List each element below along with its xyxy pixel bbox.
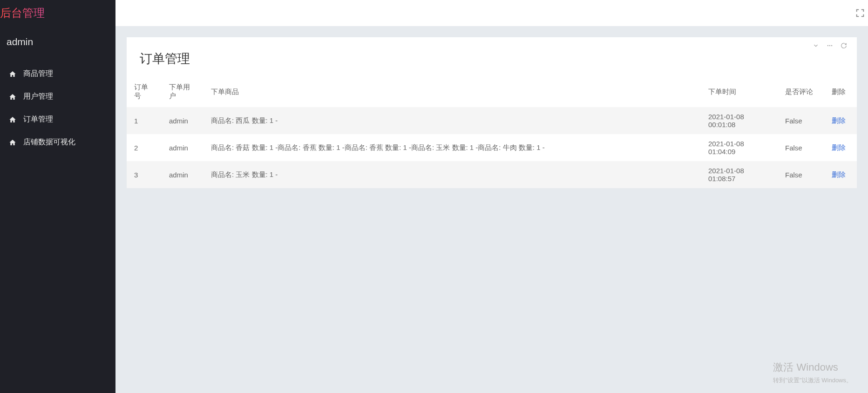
cell-user: admin [162,107,203,134]
svg-point-2 [831,45,832,46]
sidebar-item-label: 店铺数据可视化 [23,137,75,147]
table-row: 1 admin 商品名: 西瓜 数量: 1 - 2021-01-08 00:01… [127,107,857,134]
card-tools [812,42,848,49]
sidebar-title: 后台管理 [0,0,115,26]
delete-link[interactable]: 删除 [832,170,846,178]
table-row: 3 admin 商品名: 玉米 数量: 1 - 2021-01-08 01:08… [127,161,857,188]
sidebar-item-label: 订单管理 [23,115,53,124]
delete-link[interactable]: 删除 [832,116,846,124]
cell-reviewed: False [778,134,824,161]
cell-items: 商品名: 西瓜 数量: 1 - [203,107,701,134]
cell-reviewed: False [778,107,824,134]
table-header-row: 订单号 下单用户 下单商品 下单时间 是否评论 删除 [127,76,857,107]
fullscreen-icon[interactable] [855,8,865,18]
cell-user: admin [162,161,203,188]
cell-id: 2 [127,134,162,161]
orders-card: 订单管理 订单号 下单用户 [127,37,857,188]
sidebar: 后台管理 admin 商品管理 用户管理 订单管理 店铺数据可视化 [0,0,115,393]
cell-time: 2021-01-08 00:01:08 [701,107,778,134]
sidebar-item-orders[interactable]: 订单管理 [0,108,115,131]
main: 订单管理 订单号 下单用户 [115,0,868,393]
svg-point-0 [827,45,828,46]
cell-time: 2021-01-08 01:04:09 [701,134,778,161]
cell-items: 商品名: 香菇 数量: 1 -商品名: 香蕉 数量: 1 -商品名: 香蕉 数量… [203,134,701,161]
chevron-down-icon[interactable] [812,42,820,49]
th-delete: 删除 [824,76,857,107]
sidebar-item-products[interactable]: 商品管理 [0,62,115,85]
cell-id: 3 [127,161,162,188]
home-icon [8,139,17,146]
refresh-icon[interactable] [840,42,848,49]
svg-point-1 [829,45,830,46]
th-user: 下单用户 [162,76,203,107]
sidebar-item-visualization[interactable]: 店铺数据可视化 [0,131,115,154]
topbar [115,0,868,26]
home-icon [8,70,17,78]
sidebar-item-users[interactable]: 用户管理 [0,85,115,108]
cell-reviewed: False [778,161,824,188]
delete-link[interactable]: 删除 [832,143,846,151]
th-reviewed: 是否评论 [778,76,824,107]
th-order-id: 订单号 [127,76,162,107]
cell-id: 1 [127,107,162,134]
home-icon [8,116,17,123]
sidebar-item-label: 商品管理 [23,69,53,79]
th-items: 下单商品 [203,76,701,107]
content: 订单管理 订单号 下单用户 [115,26,868,199]
more-icon[interactable] [826,42,834,49]
sidebar-menu: 商品管理 用户管理 订单管理 店铺数据可视化 [0,58,115,158]
home-icon [8,93,17,101]
th-time: 下单时间 [701,76,778,107]
cell-user: admin [162,134,203,161]
sidebar-item-label: 用户管理 [23,92,53,102]
cell-time: 2021-01-08 01:08:57 [701,161,778,188]
orders-table: 订单号 下单用户 下单商品 下单时间 是否评论 删除 1 admin 商品名: … [127,76,857,188]
sidebar-user: admin [0,26,115,58]
table-row: 2 admin 商品名: 香菇 数量: 1 -商品名: 香蕉 数量: 1 -商品… [127,134,857,161]
cell-items: 商品名: 玉米 数量: 1 - [203,161,701,188]
page-title: 订单管理 [140,50,190,67]
